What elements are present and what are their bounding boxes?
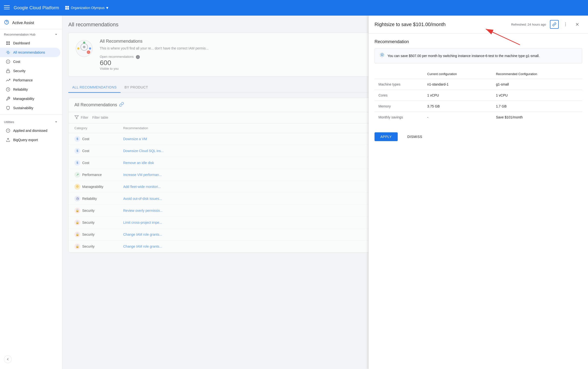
tab-all-recommendations[interactable]: ALL RECOMMENDATIONS: [68, 82, 121, 93]
sidebar-item-bigquery-export[interactable]: BigQuery export: [0, 135, 60, 145]
performance-icon-badge: ↗: [74, 172, 80, 178]
security-icon-badge: 🔒: [74, 208, 80, 213]
sidebar-collapse-button[interactable]: [4, 355, 12, 363]
svg-point-13: [7, 51, 9, 53]
svg-rect-12: [9, 44, 10, 45]
category-cost-1: $ Cost: [74, 136, 123, 142]
bigquery-export-icon: [6, 138, 10, 142]
sidebar: Active Assist Recommendation Hub Dashboa…: [0, 16, 63, 369]
svg-point-30: [83, 42, 85, 44]
sidebar-item-all-recommendations-label: All recommendations: [13, 50, 45, 54]
detail-panel-title: Rightsize to save $101.00/month: [375, 22, 445, 27]
utilities-header[interactable]: Utilities: [0, 117, 62, 126]
recommendation-section-title: Recommendation: [375, 39, 582, 44]
category-cost-3: $ Cost: [74, 160, 123, 166]
sidebar-item-security[interactable]: Security: [0, 66, 60, 76]
svg-point-31: [89, 48, 91, 50]
dashboard-icon: [6, 41, 10, 45]
sidebar-item-dashboard[interactable]: Dashboard: [0, 39, 60, 48]
sidebar-item-applied-dismissed[interactable]: Applied and dismissed: [0, 126, 60, 135]
detail-info-text: You can save $507.00 per month by switch…: [388, 53, 540, 59]
detail-panel: Rightsize to save $101.00/month Refreshe…: [368, 16, 588, 369]
topbar: Google Cloud Platform Organization Olymp…: [0, 0, 588, 16]
sidebar-item-manageability[interactable]: Manageability: [0, 94, 60, 103]
filter-icon: [74, 115, 79, 120]
svg-rect-11: [6, 44, 8, 45]
recommendation-hub-header[interactable]: Recommendation Hub: [0, 29, 62, 39]
cost-icon-badge: $: [74, 136, 80, 142]
svg-line-16: [7, 51, 7, 51]
category-security-4: 🔒 Security: [74, 243, 123, 249]
category-security-3: 🔒 Security: [74, 231, 123, 237]
sidebar-item-security-label: Security: [13, 69, 26, 73]
sidebar-item-sustainability-label: Sustainability: [13, 106, 33, 110]
security-icon-badge: 🔒: [74, 219, 80, 225]
utilities-label: Utilities: [4, 120, 14, 124]
org-selector[interactable]: Organization Olympus ▾: [65, 5, 108, 10]
memory-current: 3.75 GB: [423, 101, 492, 112]
sidebar-item-reliability-label: Reliability: [13, 88, 28, 91]
detail-table-row-machine-types: Machine types n1-standard-1 g1-small: [375, 79, 582, 90]
col-category-header: Category: [74, 126, 123, 130]
svg-line-17: [9, 54, 10, 54]
detail-table-row-monthly-savings: Monthly savings - Save $101/month: [375, 112, 582, 123]
svg-line-48: [383, 53, 384, 54]
machine-types-recommended: g1-small: [492, 79, 582, 90]
detail-table-row-cores: Cores 1 vCPU 1 vCPU: [375, 90, 582, 101]
table-title: All Recommendations: [74, 102, 117, 108]
svg-rect-5: [65, 8, 67, 10]
sidebar-item-sustainability[interactable]: Sustainability: [0, 103, 60, 113]
info-bulb-icon: [380, 52, 385, 59]
svg-rect-0: [4, 5, 10, 6]
manageability-icon-badge: ⚙: [74, 184, 80, 189]
svg-point-29: [77, 48, 80, 50]
table-header-recommended: Recommended Configuration: [492, 69, 582, 79]
sidebar-item-cost[interactable]: $ Cost: [0, 57, 60, 66]
memory-recommended: 1.7 GB: [492, 101, 582, 112]
detail-table-row-memory: Memory 3.75 GB 1.7 GB: [375, 101, 582, 112]
apply-button[interactable]: APPLY: [375, 132, 398, 141]
detail-link-button[interactable]: [550, 20, 559, 29]
reliability-icon-badge: ◷: [74, 196, 80, 201]
category-security-2: 🔒 Security: [74, 219, 123, 225]
category-security-1: 🔒 Security: [74, 208, 123, 213]
svg-rect-10: [9, 41, 10, 43]
menu-icon[interactable]: [4, 4, 10, 11]
sustainability-icon: [6, 106, 10, 110]
active-assist-icon: [4, 20, 9, 26]
filter-label[interactable]: Filter: [81, 116, 88, 120]
svg-text:$: $: [8, 61, 9, 63]
sidebar-item-all-recommendations[interactable]: All recommendations: [0, 48, 60, 57]
category-cost-2: $ Cost: [74, 148, 123, 154]
applied-dismissed-icon: [6, 129, 10, 133]
security-icon-badge: 🔒: [74, 231, 80, 237]
detail-more-button[interactable]: [561, 20, 570, 29]
sidebar-item-reliability[interactable]: Reliability: [0, 85, 60, 94]
svg-point-36: [565, 24, 566, 25]
svg-line-47: [381, 56, 381, 56]
svg-rect-1: [4, 7, 10, 8]
recommendation-hub-label: Recommendation Hub: [4, 33, 35, 36]
detail-body: Recommendation You can save $507.00 per …: [369, 33, 588, 147]
detail-panel-header: Rightsize to save $101.00/month Refreshe…: [369, 16, 588, 33]
svg-point-35: [565, 23, 566, 23]
sidebar-item-manageability-label: Manageability: [13, 97, 34, 101]
detail-close-button[interactable]: [572, 20, 582, 29]
reliability-icon: [6, 87, 10, 92]
dismiss-button[interactable]: DISMISS: [402, 132, 428, 141]
detail-action-buttons: APPLY DISMISS: [375, 130, 582, 141]
sidebar-item-performance[interactable]: Performance: [0, 76, 60, 85]
sidebar-item-dashboard-label: Dashboard: [13, 41, 30, 45]
info-icon: i: [136, 55, 140, 59]
cores-label: Cores: [375, 90, 423, 101]
active-assist-label: Active Assist: [12, 21, 34, 25]
sidebar-active-assist: Active Assist: [0, 16, 62, 29]
svg-point-37: [565, 26, 566, 26]
table-link-icon[interactable]: [119, 102, 124, 108]
monthly-savings-label: Monthly savings: [375, 112, 423, 123]
cores-recommended: 1 vCPU: [492, 90, 582, 101]
svg-rect-9: [6, 41, 8, 43]
manageability-icon: [6, 97, 10, 101]
sidebar-item-bigquery-export-label: BigQuery export: [13, 138, 38, 142]
tab-by-product[interactable]: BY PRODUCT: [121, 82, 152, 93]
